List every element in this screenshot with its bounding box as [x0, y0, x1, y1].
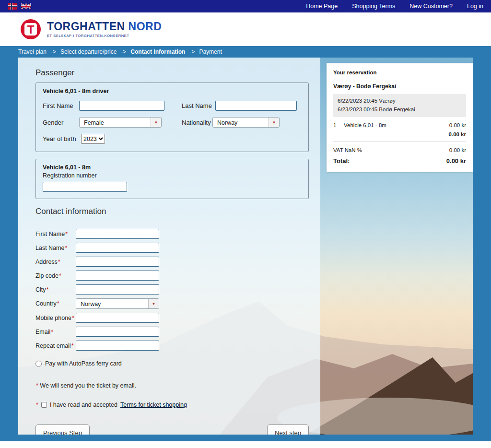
breadcrumb-separator: -> [51, 48, 56, 55]
contact-field-row: Mobile phone* [35, 313, 309, 323]
email-note-text: We will send you the ticket by email. [40, 382, 136, 389]
previous-step-button[interactable]: Previous Step [35, 424, 90, 435]
contact-country-select[interactable]: Norway ▼ [76, 298, 159, 309]
reservation-vat-row: VAT NaN % 0.00 kr [333, 147, 466, 153]
autopass-label: Pay with AutoPass ferry card [45, 360, 122, 367]
contact-last-name-label: Last Name* [35, 245, 76, 251]
passenger-section-title: Passenger [35, 68, 309, 78]
top-bar: Home Page Shopping Terms New Customer? L… [0, 0, 491, 12]
autopass-row: Pay with AutoPass ferry card [35, 360, 309, 367]
driver-first-name-input[interactable] [79, 101, 164, 111]
total-label: Total: [333, 157, 350, 165]
contact-email-label: Email* [35, 329, 76, 335]
driver-fieldset-legend: Vehicle 6,01 - 8m driver [43, 88, 302, 94]
nationality-value: Norway [213, 118, 269, 127]
log-in-link[interactable]: Log in [467, 3, 483, 10]
registration-number-label: Registration number [43, 172, 302, 179]
form-buttons: Previous Step Next step [35, 424, 309, 435]
terms-link[interactable]: Terms for ticket shopping [120, 401, 187, 408]
item-quantity: 1 [333, 122, 339, 128]
reservation-line-item: 1 Vehicle 6,01 - 8m 0.00 kr [333, 122, 466, 128]
nationality-select[interactable]: Norway ▼ [212, 117, 280, 128]
contact-address-input[interactable] [76, 257, 159, 267]
year-of-birth-label: Year of birth [43, 135, 81, 142]
contact-zip-code-label: Zip code* [35, 272, 76, 279]
registration-number-input[interactable] [43, 182, 127, 192]
contact-city-label: City* [35, 286, 76, 293]
contact-field-row: City* [35, 284, 309, 295]
contact-first-name-input[interactable] [76, 229, 159, 239]
arrival-time: 6/23/2023 00:45 Bodø Fergekai [338, 106, 462, 114]
contact-zip-code-input[interactable] [76, 271, 159, 281]
brand-accent: NORD [129, 20, 162, 33]
gender-value: Female [80, 118, 151, 127]
chevron-down-icon[interactable]: ▼ [151, 118, 161, 127]
vat-label: VAT NaN % [333, 147, 362, 153]
main-content: Passenger Vehicle 6,01 - 8m driver First… [18, 58, 473, 435]
brand-main: TORGHATTEN [47, 20, 125, 33]
item-name: Vehicle 6,01 - 8m [344, 122, 449, 128]
departure-time: 6/22/2023 20:45 Værøy [338, 97, 462, 106]
breadcrumb-payment[interactable]: Payment [199, 48, 222, 55]
reservation-summary: Your reservation Værøy - Bodø Fergekai 6… [327, 63, 473, 172]
page-frame: Travel plan -> Select departure/price ->… [0, 46, 491, 441]
vat-value: 0.00 kr [449, 147, 466, 153]
vehicle-fieldset: Vehicle 6,01 - 8m Registration number [35, 159, 309, 199]
home-page-link[interactable]: Home Page [306, 3, 338, 10]
uk-flag-icon[interactable] [21, 3, 31, 10]
year-of-birth-select[interactable]: 2023 [81, 134, 105, 144]
email-note: * We will send you the ticket by email. [35, 382, 309, 389]
gender-select[interactable]: Female ▼ [79, 117, 162, 128]
reservation-subtotal: 0.00 kr [333, 131, 466, 142]
nationality-label: Nationality [182, 119, 212, 126]
reservation-title: Your reservation [333, 70, 466, 75]
contact-last-name-input[interactable] [76, 243, 159, 253]
topbar-links: Home Page Shopping Terms New Customer? L… [306, 3, 483, 10]
breadcrumb-contact-information[interactable]: Contact information [130, 48, 185, 55]
contact-repeat-email-input[interactable] [76, 341, 159, 351]
driver-fieldset: Vehicle 6,01 - 8m driver First Name Last… [35, 83, 309, 152]
breadcrumb-travel-plan[interactable]: Travel plan [18, 48, 47, 55]
reservation-times: 6/22/2023 20:45 Værøy 6/23/2023 00:45 Bo… [333, 94, 466, 117]
item-price: 0.00 kr [449, 122, 466, 128]
site-header: T TORGHATTENNORD ET SELSKAP I TORGHATTEN… [0, 12, 491, 46]
svg-text:T: T [27, 23, 35, 36]
chevron-down-icon[interactable]: ▼ [269, 118, 279, 127]
breadcrumb-separator: -> [121, 48, 126, 55]
contact-mobile-phone-input[interactable] [76, 313, 159, 323]
reservation-route: Værøy - Bodø Fergekai [333, 83, 466, 90]
contact-email-input[interactable] [76, 327, 159, 337]
breadcrumb: Travel plan -> Select departure/price ->… [18, 46, 473, 58]
new-customer-link[interactable]: New Customer? [409, 3, 453, 10]
gender-label: Gender [43, 119, 79, 126]
driver-last-name-label: Last Name [182, 102, 215, 109]
terms-row: * I have read and accepted Terms for tic… [35, 401, 309, 408]
vehicle-fieldset-legend: Vehicle 6,01 - 8m [43, 164, 302, 171]
terms-text: I have read and accepted [50, 401, 117, 408]
contact-repeat-email-label: Repeat email* [35, 342, 76, 349]
contact-field-row: First Name* [35, 229, 309, 239]
norway-flag-icon[interactable] [8, 3, 18, 10]
contact-mobile-phone-label: Mobile phone* [35, 315, 76, 321]
breadcrumb-separator: -> [189, 48, 195, 55]
contact-field-row: Repeat email* [35, 341, 309, 351]
shopping-terms-link[interactable]: Shopping Terms [352, 3, 395, 10]
contact-country-label: Country* [35, 300, 76, 307]
contact-field-row: Country* Norway ▼ [35, 298, 309, 309]
chevron-down-icon[interactable]: ▼ [148, 299, 159, 308]
next-step-button[interactable]: Next step [267, 424, 309, 435]
contact-address-label: Address* [35, 259, 76, 265]
terms-checkbox[interactable] [41, 402, 47, 408]
driver-first-name-label: First Name [43, 102, 79, 109]
country-value: Norway [76, 299, 148, 308]
reservation-total-row: Total: 0.00 kr [333, 157, 466, 165]
contact-field-row: Last Name* [35, 243, 309, 253]
total-value: 0.00 kr [446, 157, 466, 165]
breadcrumb-select-departure[interactable]: Select departure/price [60, 48, 117, 55]
language-flags [8, 3, 31, 10]
booking-form-panel: Passenger Vehicle 6,01 - 8m driver First… [18, 58, 320, 435]
autopass-radio[interactable] [35, 361, 42, 367]
driver-last-name-input[interactable] [215, 101, 297, 111]
contact-city-input[interactable] [76, 284, 159, 295]
torghatten-logo[interactable]: T [20, 19, 41, 40]
